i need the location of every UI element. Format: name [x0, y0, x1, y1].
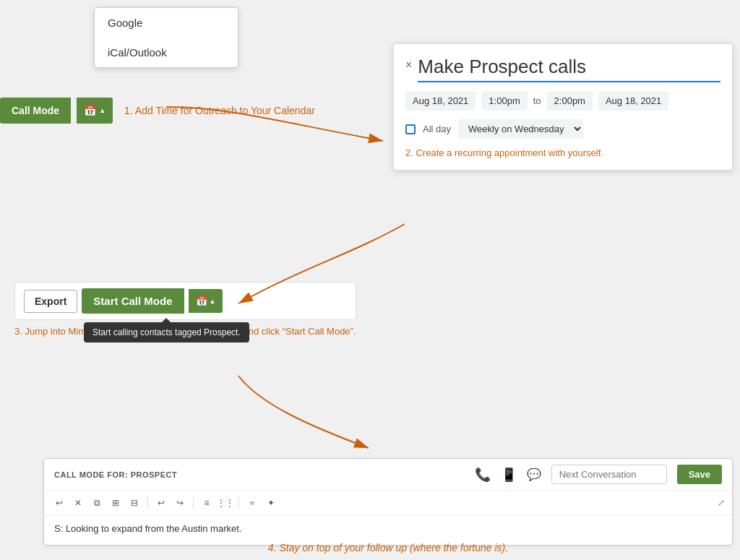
calendar-add-button[interactable]: 📅 ▲ [77, 98, 113, 124]
export-button[interactable]: Export [24, 290, 77, 313]
calendar-popup-header: × [405, 56, 720, 82]
close-icon-2[interactable]: ✕ [70, 495, 86, 511]
step4-area: 4. Stay on top of your follow up (where … [43, 541, 733, 554]
divider3 [238, 497, 239, 509]
recurrence-dropdown[interactable]: Weekly on Wednesday [458, 119, 583, 139]
step1-annotation: 1. Add Time for Outreach to Your Calenda… [124, 105, 315, 116]
redo-icon[interactable]: ↪ [172, 495, 188, 511]
date-end-chip[interactable]: Aug 18, 2021 [598, 91, 668, 111]
toolbar-row: Export Start Call Mode 📅 ▲ Start calling… [14, 282, 356, 320]
table2-icon[interactable]: ⊟ [126, 495, 142, 511]
call-mode-actions: 📞 📱 💬 Save [475, 465, 722, 484]
step2-annotation: 2. Create a recurring appointment with y… [405, 147, 720, 158]
editor-toolbar: ↩ ✕ ⧉ ⊞ ⊟ ↩ ↪ ≡ ⋮⋮ ≈ ✦ ⤢ [44, 491, 732, 516]
copy-icon[interactable]: ⧉ [89, 495, 105, 511]
star-icon[interactable]: ✦ [263, 495, 279, 511]
calendar-icon-2: 📅 [196, 296, 207, 306]
next-conversation-input[interactable] [551, 465, 667, 484]
undo-icon[interactable]: ↩ [51, 495, 67, 511]
event-title-input[interactable] [418, 56, 720, 82]
call-mode-panel: CALL MODE FOR: PROSPECT 📞 📱 💬 Save ↩ ✕ ⧉… [43, 458, 733, 546]
call-mode-header: CALL MODE FOR: PROSPECT 📞 📱 💬 Save [44, 459, 732, 491]
dropdown-item-ical[interactable]: iCal/Outlook [95, 38, 238, 67]
allday-checkbox[interactable] [405, 124, 416, 134]
step3-area: Export Start Call Mode 📅 ▲ Start calling… [14, 282, 356, 337]
date-start-chip[interactable]: Aug 18, 2021 [405, 91, 476, 111]
page-container: Google iCal/Outlook Call Mode 📅 ▲ 1. Add… [0, 0, 740, 560]
call-mode-for-label: CALL MODE FOR: PROSPECT [54, 470, 177, 479]
calendar-recurrence-row: All day Weekly on Wednesday [405, 119, 720, 139]
calendar-popup: × Aug 18, 2021 1:00pm to 2:00pm Aug 18, … [393, 43, 733, 171]
close-icon[interactable]: × [405, 59, 412, 72]
start-call-mode-button[interactable]: Start Call Mode [82, 288, 184, 314]
caret-up-icon: ▲ [99, 107, 106, 114]
editor-content[interactable]: S: Looking to expand from the Austin mar… [44, 516, 732, 545]
list-icon[interactable]: ≡ [199, 495, 215, 511]
special-icon[interactable]: ≈ [244, 495, 260, 511]
tooltip-bubble: Start calling contacts tagged Prospect. [84, 322, 249, 343]
dropdown-item-google[interactable]: Google [95, 8, 238, 38]
columns-icon[interactable]: ⋮⋮ [218, 495, 233, 511]
divider1 [147, 497, 148, 509]
step1-area: Call Mode 📅 ▲ 1. Add Time for Outreach t… [0, 98, 315, 124]
time-end-chip[interactable]: 2:00pm [547, 91, 593, 111]
save-button[interactable]: Save [677, 465, 722, 484]
mobile-icon[interactable]: 📱 [501, 467, 517, 483]
calendar-date-row: Aug 18, 2021 1:00pm to 2:00pm Aug 18, 20… [405, 91, 720, 111]
undo2-icon[interactable]: ↩ [153, 495, 169, 511]
time-start-chip[interactable]: 1:00pm [481, 91, 527, 111]
phone-icon[interactable]: 📞 [475, 467, 491, 483]
divider2 [193, 497, 194, 509]
to-label: to [533, 95, 541, 106]
allday-label: All day [423, 124, 451, 134]
start-call-dropdown-button[interactable]: 📅 ▲ [189, 289, 223, 313]
calendar-dropdown-menu: Google iCal/Outlook [94, 7, 238, 68]
message-icon[interactable]: 💬 [527, 468, 541, 481]
step4-annotation: 4. Stay on top of your follow up (where … [268, 542, 508, 553]
calendar-icon: 📅 [84, 105, 96, 116]
caret-up-icon-2: ▲ [210, 298, 216, 305]
table-icon[interactable]: ⊞ [108, 495, 124, 511]
call-mode-button[interactable]: Call Mode [0, 98, 71, 124]
expand-icon[interactable]: ⤢ [718, 498, 725, 508]
